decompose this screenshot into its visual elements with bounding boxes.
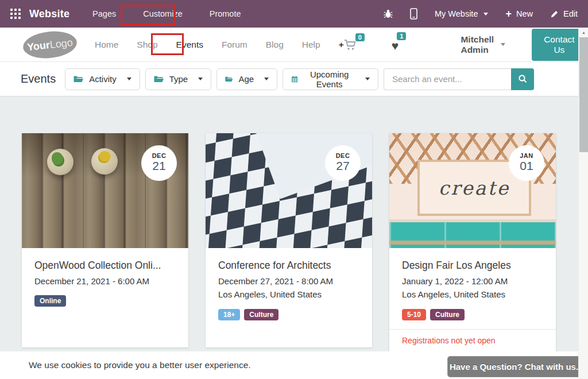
logo-text-rest: Logo (49, 36, 74, 51)
site-logo[interactable]: YourLogo (22, 29, 78, 61)
events-filter-bar: Events Activity Type Age (0, 62, 588, 96)
search-button[interactable] (511, 68, 534, 90)
menu-customize[interactable]: Customize (143, 9, 183, 18)
site-navbar: YourLogo Home Shop Events Forum Blog Hel… (0, 28, 588, 62)
events-list-area: DEC 21 OpenWood Collection Onli... Decem… (0, 96, 588, 351)
cookie-message: We use cookies to provide you a better u… (29, 360, 251, 370)
event-search (384, 68, 534, 90)
vertical-scrollbar[interactable]: ▲ (578, 28, 588, 379)
chevron-down-icon (127, 78, 131, 80)
debug-bug-icon[interactable] (384, 9, 393, 18)
event-datetime: January 1, 2022 - 12:00 AM (402, 274, 543, 288)
cart-count-badge: 0 (355, 33, 365, 41)
chevron-down-icon (501, 43, 505, 46)
folder-icon (225, 75, 233, 83)
up-arrow-icon[interactable]: ▲ (579, 30, 588, 34)
top-menu: Pages Customize Promote (92, 9, 241, 18)
nav-item-help[interactable]: Help (302, 40, 320, 50)
plant-decoration (99, 151, 111, 161)
tag-18plus[interactable]: 18+ (218, 309, 240, 320)
edit-button-label: Edit (563, 9, 578, 18)
folder-icon (154, 75, 164, 83)
badge-month: DEC (141, 152, 177, 159)
menu-promote[interactable]: Promote (210, 9, 241, 18)
chevron-down-icon (483, 13, 488, 16)
menu-pages[interactable]: Pages (92, 9, 116, 18)
create-wall-text: create (439, 177, 510, 199)
filter-date-label: Upcoming Events (304, 69, 355, 89)
event-image-designfair[interactable]: create JAN 01 (389, 133, 556, 248)
filter-age-label: Age (239, 74, 254, 84)
pencil-icon (550, 10, 559, 18)
event-card-body: Conference for Architects December 27, 2… (206, 248, 372, 320)
tag-culture[interactable]: Culture (244, 309, 278, 320)
scrollbar-thumb[interactable] (579, 37, 588, 152)
page-title: Events (21, 72, 56, 86)
date-badge: DEC 27 (325, 145, 361, 181)
filter-activity-dropdown[interactable]: Activity (65, 68, 140, 90)
nav-item-blog[interactable]: Blog (266, 40, 284, 50)
wishlist-count-badge: 1 (397, 32, 406, 40)
topbar-right: My Website + New Edit (384, 8, 578, 20)
user-name: Mitchell Admin (461, 34, 494, 55)
user-menu[interactable]: Mitchell Admin (461, 34, 505, 55)
folder-icon (74, 75, 83, 83)
event-cards-row: DEC 21 OpenWood Collection Onli... Decem… (0, 96, 588, 360)
date-badge: JAN 01 (509, 145, 544, 181)
nav-item-forum[interactable]: Forum (222, 40, 247, 50)
apps-grid-icon[interactable] (10, 9, 21, 19)
chevron-down-icon (198, 78, 203, 80)
event-image-conference[interactable]: DEC 27 (206, 133, 372, 248)
site-menu: Home Shop Events Forum Blog Help + (95, 40, 344, 50)
wishlist-button[interactable]: ♥ 1 (392, 37, 408, 52)
badge-month: JAN (509, 152, 544, 159)
event-tags: Online (34, 295, 176, 307)
badge-day: 27 (325, 159, 361, 173)
event-title[interactable]: Design Fair Los Angeles (402, 260, 543, 272)
event-title[interactable]: Conference for Architects (218, 260, 359, 272)
filter-type-label: Type (169, 74, 188, 84)
railing-decoration (389, 241, 556, 245)
nav-item-home[interactable]: Home (95, 40, 118, 50)
filter-activity-label: Activity (89, 74, 117, 84)
chevron-down-icon (365, 78, 370, 80)
calendar-icon (291, 75, 298, 84)
site-nav-right: 0 ♥ 1 Mitchell Admin Contact Us (344, 29, 587, 61)
nav-item-shop[interactable]: Shop (137, 40, 157, 50)
event-tags: 5-10 Culture (402, 309, 543, 320)
cart-button[interactable]: 0 (344, 38, 366, 51)
heart-icon: ♥ (392, 40, 399, 52)
filter-date-dropdown[interactable]: Upcoming Events (283, 68, 378, 90)
registration-status[interactable]: Registrations not yet open (389, 329, 556, 345)
badge-day: 01 (509, 159, 544, 173)
tag-culture[interactable]: Culture (430, 309, 465, 320)
search-input[interactable] (384, 68, 511, 90)
mobile-preview-icon[interactable] (410, 8, 417, 20)
tag-online[interactable]: Online (34, 295, 66, 307)
event-datetime: December 27, 2021 - 8:00 AM (218, 274, 359, 288)
filter-age-dropdown[interactable]: Age (216, 68, 277, 90)
chat-button[interactable]: Have a Question? Chat with us. (447, 356, 581, 377)
new-button-label: New (516, 9, 533, 18)
app-title[interactable]: Website (29, 8, 69, 20)
chevron-down-icon (264, 78, 269, 80)
nav-item-events[interactable]: Events (176, 40, 203, 50)
edit-button[interactable]: Edit (550, 9, 578, 18)
nav-add-page-plus-icon[interactable]: + (339, 40, 344, 50)
date-badge: DEC 21 (141, 145, 177, 181)
event-card-body: Design Fair Los Angeles January 1, 2022 … (389, 248, 556, 320)
event-datetime: December 21, 2021 - 6:00 AM (34, 274, 176, 288)
plant-decoration (52, 152, 63, 165)
badge-month: DEC (325, 152, 361, 159)
event-image-openwood[interactable]: DEC 21 (22, 133, 188, 248)
website-selector[interactable]: My Website (435, 9, 488, 18)
tag-5-10[interactable]: 5-10 (402, 309, 426, 320)
filter-type-dropdown[interactable]: Type (145, 68, 212, 90)
new-button[interactable]: + New (505, 9, 533, 19)
event-card-openwood: DEC 21 OpenWood Collection Onli... Decem… (22, 133, 188, 347)
badge-day: 21 (141, 159, 177, 173)
event-card-designfair: create JAN 01 Design Fair Los Angeles Ja… (389, 133, 556, 360)
event-location: Los Angeles, United States (402, 288, 543, 301)
website-selector-label: My Website (435, 9, 478, 18)
event-title[interactable]: OpenWood Collection Onli... (34, 260, 176, 272)
